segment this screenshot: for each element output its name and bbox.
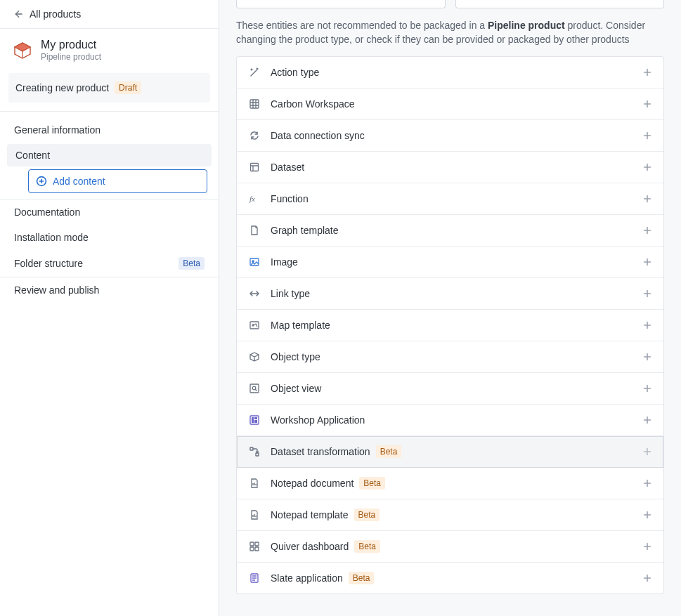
beta-badge: Beta [349, 572, 375, 584]
entity-row[interactable]: Slate applicationBeta [237, 563, 663, 594]
plus-icon[interactable] [642, 194, 652, 204]
wand-icon [248, 66, 261, 79]
entity-label-text: Dataset [271, 162, 304, 173]
docbar-icon [248, 509, 261, 521]
svg-rect-48 [254, 417, 257, 419]
plus-icon[interactable] [642, 352, 652, 362]
entity-label-text: Data connection sync [271, 130, 365, 141]
entity-label: Workshop Application [271, 414, 633, 426]
entity-row[interactable]: Quiver dashboardBeta [237, 531, 663, 563]
entity-label-text: Quiver dashboard [271, 541, 349, 552]
arrow-left-icon [13, 9, 22, 19]
nav-label: Review and publish [14, 284, 99, 296]
svg-text:fx: fx [249, 195, 255, 203]
plus-icon[interactable] [642, 542, 652, 551]
search-icon [248, 382, 261, 395]
add-content-button[interactable]: Add content [28, 169, 207, 193]
entity-label: Quiver dashboardBeta [271, 540, 633, 553]
plus-icon[interactable] [642, 131, 652, 140]
svg-rect-69 [255, 547, 259, 551]
entity-row[interactable]: Notepad templateBeta [237, 499, 663, 531]
svg-point-28 [252, 261, 254, 262]
entity-label-text: Object view [271, 383, 321, 394]
sidebar-nav: General information Content Add content … [0, 112, 219, 308]
dashboard-icon [248, 540, 261, 553]
beta-badge: Beta [354, 509, 380, 521]
entity-row[interactable]: Graph template [237, 215, 663, 247]
nav-folder-structure[interactable]: Folder structure Beta [0, 250, 219, 277]
entity-label: Object view [271, 383, 633, 394]
svg-rect-53 [256, 453, 259, 456]
status-card: Creating new product Draft [8, 73, 210, 103]
nav-documentation[interactable]: Documentation [0, 199, 219, 225]
entity-label: Action type [271, 67, 633, 78]
product-box-icon [13, 41, 32, 60]
plus-icon[interactable] [642, 67, 652, 77]
plus-icon[interactable] [642, 510, 652, 520]
plus-icon[interactable] [642, 384, 652, 393]
image-icon [248, 256, 261, 268]
entity-row[interactable]: Data connection sync [237, 120, 663, 152]
svg-point-42 [252, 386, 256, 390]
nav-label: General information [14, 124, 100, 136]
entity-label-text: Image [271, 256, 298, 268]
nav-content[interactable]: Content [7, 144, 212, 166]
plus-icon[interactable] [642, 447, 652, 457]
entity-label-text: Slate application [271, 572, 343, 584]
top-input-left[interactable] [236, 0, 446, 8]
plus-icon[interactable] [642, 573, 652, 583]
product-subtitle: Pipeline product [41, 52, 101, 62]
nav-review-and-publish[interactable]: Review and publish [0, 277, 219, 303]
fx-icon: fx [248, 192, 261, 205]
entity-label-text: Carbon Workspace [271, 98, 355, 110]
plus-icon[interactable] [642, 478, 652, 488]
svg-rect-47 [252, 417, 254, 423]
entity-row[interactable]: Carbon Workspace [237, 89, 663, 120]
entity-row[interactable]: Object type [237, 341, 663, 373]
entity-label: Image [271, 256, 633, 268]
plus-icon[interactable] [642, 289, 652, 299]
entity-row[interactable]: Dataset transformationBeta [237, 436, 663, 468]
entity-label-text: Link type [271, 288, 310, 299]
plus-icon[interactable] [642, 99, 652, 109]
entity-row[interactable]: Workshop Application [237, 405, 663, 436]
nav-installation-mode[interactable]: Installation mode [0, 225, 219, 250]
back-all-products[interactable]: All products [0, 0, 219, 29]
nav-label: Folder structure [14, 258, 83, 269]
add-content-label: Add content [53, 176, 105, 187]
plus-icon[interactable] [642, 225, 652, 235]
entity-row[interactable]: Object view [237, 373, 663, 405]
plus-icon[interactable] [642, 162, 652, 172]
entity-row[interactable]: Map template [237, 310, 663, 341]
add-content-wrap: Add content [28, 169, 207, 193]
svg-line-43 [255, 389, 257, 391]
nav-general-information[interactable]: General information [0, 117, 219, 143]
warning-strong: Pipeline product [488, 20, 565, 31]
entity-label-text: Workshop Application [271, 414, 365, 426]
entity-label: Map template [271, 320, 633, 331]
entity-label: Data connection sync [271, 130, 633, 141]
entity-row[interactable]: Dataset [237, 152, 663, 183]
svg-rect-34 [250, 322, 259, 329]
entity-label: Dataset [271, 162, 633, 173]
entity-label: Object type [271, 351, 633, 362]
slate-icon [248, 572, 261, 584]
entity-row[interactable]: Image [237, 247, 663, 278]
plus-icon[interactable] [642, 415, 652, 425]
grid-icon [248, 98, 261, 110]
entity-row[interactable]: fxFunction [237, 183, 663, 215]
entity-row[interactable]: Link type [237, 278, 663, 310]
entity-row[interactable]: Notepad documentBeta [237, 468, 663, 499]
plus-icon[interactable] [642, 257, 652, 267]
warning-text: These entities are not recommended to be… [236, 18, 664, 46]
entity-label-text: Map template [271, 320, 330, 331]
entity-row[interactable]: Action type [237, 57, 663, 89]
app-icon [248, 414, 261, 426]
plus-icon[interactable] [642, 320, 652, 330]
top-input-right[interactable] [455, 0, 665, 8]
doc-icon [248, 224, 261, 237]
entity-label: Function [271, 193, 633, 204]
dataset-icon [248, 161, 261, 173]
main-content: These entities are not recommended to be… [219, 0, 681, 616]
beta-badge: Beta [376, 445, 402, 458]
